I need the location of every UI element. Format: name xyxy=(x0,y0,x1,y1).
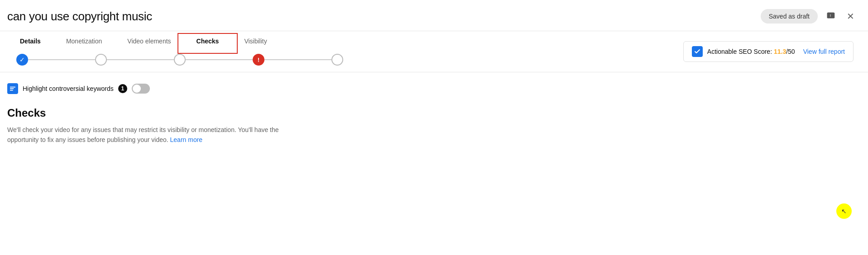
svg-text:!: ! xyxy=(830,14,831,18)
feedback-button[interactable]: ! xyxy=(823,9,839,24)
step-details-circle: ✓ xyxy=(16,54,28,66)
close-button[interactable]: ✕ xyxy=(844,8,857,24)
checks-description: We'll check your video for any issues th… xyxy=(7,125,288,145)
tab-details[interactable]: Details xyxy=(7,38,53,51)
step-visibility xyxy=(331,54,343,66)
saved-as-draft-button[interactable]: Saved as draft xyxy=(761,9,818,24)
nav-seo-bar: Details Monetization Video elements Chec… xyxy=(0,31,868,72)
view-full-report-button[interactable]: View full report xyxy=(803,48,845,55)
step-checks-circle: ! xyxy=(253,54,264,66)
step-line-2 xyxy=(107,59,174,60)
step-video-elements-circle xyxy=(174,54,186,66)
feedback-icon: ! xyxy=(826,11,836,21)
tabs-wrapper: Details Monetization Video elements Chec… xyxy=(7,31,683,72)
step-monetization xyxy=(95,54,107,66)
tab-visibility[interactable]: Visibility xyxy=(231,38,279,51)
content-area: Highlight controversial keywords 1 Check… xyxy=(0,72,868,156)
step-monetization-circle xyxy=(95,54,107,66)
page-title: can you use copyright music xyxy=(7,9,152,24)
tab-video-elements[interactable]: Video elements xyxy=(115,38,183,51)
seo-score-total: /50 xyxy=(786,48,795,55)
step-visibility-circle xyxy=(331,54,343,66)
seo-label: Actionable SEO Score: 11.3/50 xyxy=(707,48,795,55)
step-checks: ! xyxy=(253,54,264,66)
highlight-keywords-row: Highlight controversial keywords 1 xyxy=(7,83,861,94)
tab-checks[interactable]: Checks xyxy=(184,38,232,51)
close-icon: ✕ xyxy=(847,11,854,22)
alert-icon: ! xyxy=(258,57,259,63)
highlight-keywords-toggle[interactable] xyxy=(132,84,150,94)
step-line-4 xyxy=(264,59,331,60)
highlight-keywords-badge: 1 xyxy=(118,84,127,93)
step-details: ✓ xyxy=(16,54,28,66)
highlight-plugin-icon xyxy=(7,83,18,94)
seo-score-box: Actionable SEO Score: 11.3/50 View full … xyxy=(683,41,854,62)
checks-heading: Checks xyxy=(7,107,861,119)
checkmark-icon: ✓ xyxy=(19,56,25,63)
cursor-indicator: ↖ xyxy=(836,203,852,219)
step-line-3 xyxy=(186,59,253,60)
seo-score-value: 11.3 xyxy=(774,48,786,55)
step-line-1 xyxy=(28,59,95,60)
header: can you use copyright music Saved as dra… xyxy=(0,0,868,31)
highlight-keywords-label: Highlight controversial keywords xyxy=(23,85,114,92)
cursor-arrow-icon: ↖ xyxy=(841,208,847,215)
header-actions: Saved as draft ! ✕ xyxy=(761,8,857,24)
steps-row: ✓ ! xyxy=(7,51,683,72)
tab-monetization[interactable]: Monetization xyxy=(53,38,115,51)
seo-icon xyxy=(692,46,703,57)
step-video-elements xyxy=(174,54,186,66)
tabs-labels: Details Monetization Video elements Chec… xyxy=(7,31,683,51)
learn-more-link[interactable]: Learn more xyxy=(170,136,203,143)
